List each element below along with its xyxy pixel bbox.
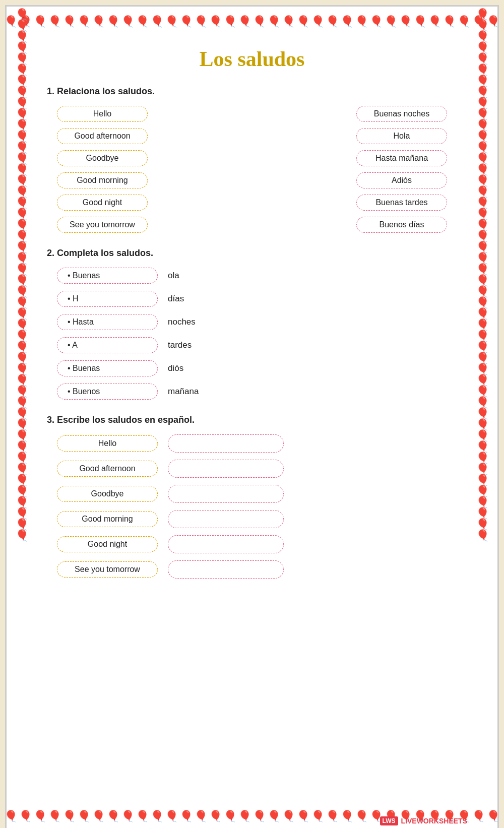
write-row-5: See you tomorrow [57, 560, 447, 579]
match-right-3[interactable]: Adiós [356, 172, 447, 188]
complete-suffix-2: noches [168, 317, 196, 327]
complete-box-1[interactable]: • H [57, 291, 158, 307]
section-1-title: 1. Relaciona los saludos. [47, 86, 457, 97]
match-right-4[interactable]: Buenas tardes [356, 195, 447, 211]
complete-suffix-1: días [168, 294, 184, 304]
write-row-3: Good morning [57, 510, 447, 528]
watermark-text: LIVEWORKSHEETS [401, 817, 467, 825]
match-left-3[interactable]: Good morning [57, 172, 148, 188]
complete-row-5: • Buenos mañana [57, 384, 457, 400]
match-left-4[interactable]: Good night [57, 195, 148, 211]
border-left: 🎈🎈 🎈🎈 🎈🎈 🎈🎈 🎈🎈 🎈🎈 🎈🎈 🎈🎈 🎈🎈 🎈🎈 🎈🎈 🎈🎈 🎈🎈 🎈… [9, 7, 34, 828]
write-answer-3[interactable] [168, 510, 284, 528]
match-right-2[interactable]: Hasta mañana [356, 150, 447, 166]
write-left-4: Good night [57, 536, 158, 552]
complete-suffix-5: mañana [168, 387, 199, 397]
watermark: LWS LIVEWORKSHEETS [380, 816, 467, 825]
section-2: 2. Completa los saludos. • Buenas ola • … [47, 248, 457, 400]
write-answer-1[interactable] [168, 460, 284, 478]
complete-box-3[interactable]: • A [57, 337, 158, 353]
complete-suffix-3: tardes [168, 340, 192, 350]
match-left-5[interactable]: See you tomorrow [57, 217, 148, 233]
write-answer-2[interactable] [168, 485, 284, 503]
write-row-1: Good afternoon [57, 460, 447, 478]
match-left-2[interactable]: Goodbye [57, 150, 148, 166]
write-answer-5[interactable] [168, 560, 284, 579]
section-3: 3. Escribe los saludos en español. Hello… [47, 415, 457, 579]
match-left-0[interactable]: Hello [57, 106, 148, 122]
write-answer-4[interactable] [168, 535, 284, 553]
write-left-5: See you tomorrow [57, 561, 158, 578]
section-3-title: 3. Escribe los saludos en español. [47, 415, 457, 425]
border-right: 🎈🎈 🎈🎈 🎈🎈 🎈🎈 🎈🎈 🎈🎈 🎈🎈 🎈🎈 🎈🎈 🎈🎈 🎈🎈 🎈🎈 🎈🎈 🎈… [470, 7, 495, 828]
complete-box-2[interactable]: • Hasta [57, 314, 158, 330]
page: 🎈 🎈 🎈 🎈 🎈 🎈 🎈 🎈 🎈 🎈 🎈 🎈 🎈 🎈 🎈 🎈 🎈 🎈 🎈 🎈 … [5, 5, 499, 828]
border-top: 🎈 🎈 🎈 🎈 🎈 🎈 🎈 🎈 🎈 🎈 🎈 🎈 🎈 🎈 🎈 🎈 🎈 🎈 🎈 🎈 … [7, 9, 497, 34]
complete-box-4[interactable]: • Buenas [57, 360, 158, 376]
match-right-0[interactable]: Buenas noches [356, 106, 447, 122]
complete-suffix-0: ola [168, 271, 179, 281]
write-left-2: Goodbye [57, 486, 158, 502]
section-1: 1. Relaciona los saludos. Hello Good aft… [47, 86, 457, 233]
complete-box-0[interactable]: • Buenas [57, 268, 158, 284]
write-left-3: Good morning [57, 511, 158, 527]
content-area: Los saludos 1. Relaciona los saludos. He… [47, 47, 457, 579]
complete-row-2: • Hasta noches [57, 314, 457, 330]
write-left-1: Good afternoon [57, 461, 158, 477]
complete-row-3: • A tardes [57, 337, 457, 353]
complete-row-0: • Buenas ola [57, 268, 457, 284]
match-right-1[interactable]: Hola [356, 128, 447, 144]
complete-container: • Buenas ola • H días • Hasta noches • A… [47, 268, 457, 400]
complete-row-1: • H días [57, 291, 457, 307]
watermark-logo: LWS [380, 816, 398, 825]
write-row-0: Hello [57, 434, 447, 453]
section-2-title: 2. Completa los saludos. [47, 248, 457, 259]
matching-left-col: Hello Good afternoon Goodbye Good mornin… [57, 106, 148, 233]
page-title: Los saludos [47, 47, 457, 71]
matching-right-col: Buenas noches Hola Hasta mañana Adiós Bu… [356, 106, 447, 233]
match-right-5[interactable]: Buenos días [356, 217, 447, 233]
top-balloons: 🎈 🎈 🎈 🎈 🎈 🎈 🎈 🎈 🎈 🎈 🎈 🎈 🎈 🎈 🎈 🎈 🎈 🎈 🎈 🎈 … [7, 16, 497, 27]
complete-row-4: • Buenas diós [57, 360, 457, 376]
match-left-1[interactable]: Good afternoon [57, 128, 148, 144]
write-answer-0[interactable] [168, 434, 284, 453]
write-row-4: Good night [57, 535, 447, 553]
matching-container: Hello Good afternoon Goodbye Good mornin… [47, 106, 457, 233]
complete-box-5[interactable]: • Buenos [57, 384, 158, 400]
write-row-2: Goodbye [57, 485, 447, 503]
complete-suffix-4: diós [168, 363, 183, 373]
write-container: Hello Good afternoon Goodbye Good mornin… [47, 434, 457, 579]
write-left-0: Hello [57, 435, 158, 452]
